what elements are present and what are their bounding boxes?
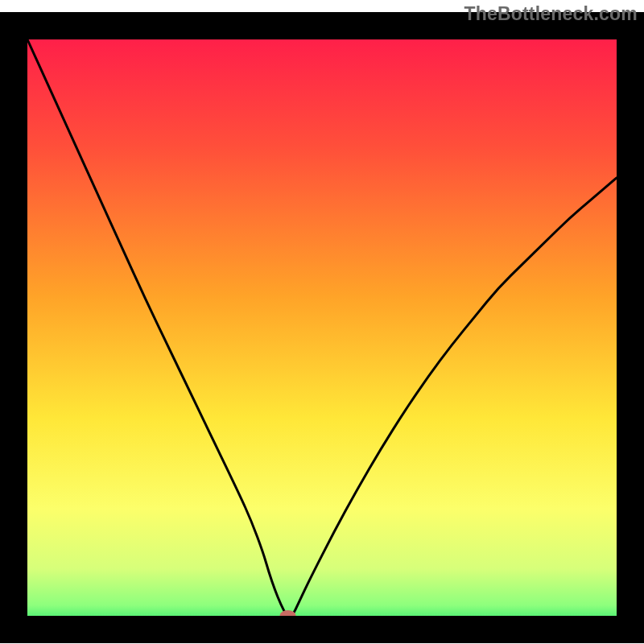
chart-container: TheBottleneck.com [0,0,644,644]
svg-rect-0 [14,26,630,630]
bottleneck-chart [0,0,644,644]
watermark-text: TheBottleneck.com [464,3,638,25]
